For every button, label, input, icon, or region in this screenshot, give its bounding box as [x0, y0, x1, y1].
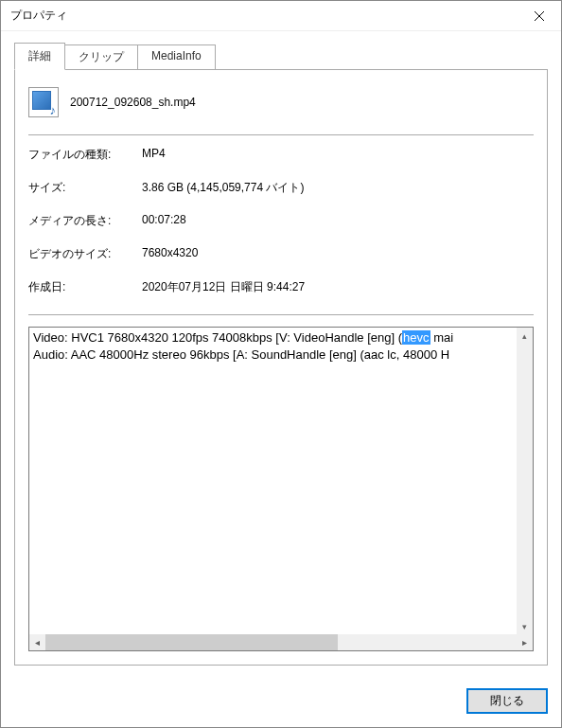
separator [28, 134, 534, 135]
horizontal-scrollbar[interactable]: ◂ ▸ [29, 634, 533, 650]
media-video-highlight: hevc [402, 330, 430, 345]
label-video-size: ビデオのサイズ: [28, 246, 142, 262]
value-video-size: 7680x4320 [142, 246, 534, 262]
media-video-post: mai [430, 330, 454, 345]
label-duration: メディアの長さ: [28, 213, 142, 229]
tab-bar: 詳細 クリップ MediaInfo [14, 43, 548, 69]
tab-mediainfo[interactable]: MediaInfo [137, 44, 216, 69]
scroll-down-icon[interactable]: ▾ [517, 618, 533, 634]
window-title: プロパティ [10, 8, 518, 24]
scroll-right-icon[interactable]: ▸ [517, 634, 533, 650]
tab-clip[interactable]: クリップ [64, 44, 138, 69]
video-file-icon [28, 87, 59, 117]
value-created: 2020年07月12日 日曜日 9:44:27 [142, 279, 534, 295]
media-info-wrap: Video: HVC1 7680x4320 120fps 74008kbps [… [28, 327, 534, 651]
hscroll-thumb[interactable] [45, 634, 338, 650]
media-info-textbox[interactable]: Video: HVC1 7680x4320 120fps 74008kbps [… [28, 327, 534, 651]
separator [28, 314, 534, 315]
vscroll-track[interactable] [517, 344, 533, 618]
dialog-footer: 閉じる [1, 679, 561, 727]
value-filetype: MP4 [142, 147, 534, 163]
hscroll-track[interactable] [45, 634, 517, 650]
titlebar: プロパティ [1, 1, 561, 31]
scroll-up-icon[interactable]: ▴ [517, 328, 533, 344]
label-created: 作成日: [28, 279, 142, 295]
close-icon[interactable] [518, 1, 561, 31]
scroll-left-icon[interactable]: ◂ [29, 634, 45, 650]
label-size: サイズ: [28, 180, 142, 196]
vertical-scrollbar[interactable]: ▴ ▾ [517, 328, 533, 634]
content-area: 詳細 クリップ MediaInfo 200712_092608_sh.mp4 フ… [1, 31, 561, 679]
property-grid: ファイルの種類: MP4 サイズ: 3.86 GB (4,145,059,774… [28, 147, 534, 295]
label-filetype: ファイルの種類: [28, 147, 142, 163]
tab-details[interactable]: 詳細 [14, 43, 65, 70]
file-name: 200712_092608_sh.mp4 [70, 96, 196, 109]
file-header: 200712_092608_sh.mp4 [28, 87, 534, 117]
media-video-pre: Video: HVC1 7680x4320 120fps 74008kbps [… [33, 330, 402, 345]
close-button[interactable]: 閉じる [466, 688, 548, 714]
media-line-video: Video: HVC1 7680x4320 120fps 74008kbps [… [33, 329, 529, 346]
media-line-audio: Audio: AAC 48000Hz stereo 96kbps [A: Sou… [33, 346, 529, 364]
value-duration: 00:07:28 [142, 213, 534, 229]
tab-panel-details: 200712_092608_sh.mp4 ファイルの種類: MP4 サイズ: 3… [14, 69, 548, 666]
media-lines: Video: HVC1 7680x4320 120fps 74008kbps [… [29, 328, 533, 365]
value-size: 3.86 GB (4,145,059,774 バイト) [142, 180, 534, 196]
